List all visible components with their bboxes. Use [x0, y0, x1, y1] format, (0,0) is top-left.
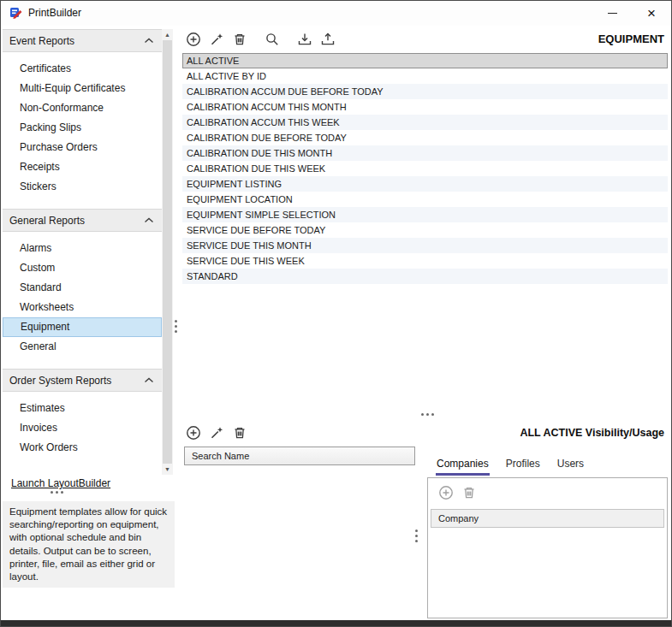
minimize-button[interactable]	[592, 1, 632, 26]
template-row[interactable]: EQUIPMENT SIMPLE SELECTION	[182, 207, 668, 222]
template-row[interactable]: SERVICE DUE THIS WEEK	[182, 253, 668, 269]
import-template-button[interactable]	[294, 29, 315, 50]
sidebar-item-multi-equip-certificates[interactable]: Multi-Equip Certificates	[3, 79, 162, 98]
template-row[interactable]: CALIBRATION ACCUM THIS WEEK	[182, 115, 668, 130]
template-row[interactable]: SERVICE DUE THIS MONTH	[182, 238, 668, 253]
trash-icon	[232, 32, 247, 47]
window-title: PrintBuilder	[28, 7, 81, 19]
magic-wand-icon	[209, 32, 224, 47]
template-list: ALL ACTIVE ALL ACTIVE BY ID CALIBRATION …	[182, 53, 668, 284]
plus-circle-icon	[186, 425, 201, 441]
sidebar-item-alarms[interactable]: Alarms	[3, 239, 162, 258]
plus-circle-icon	[438, 485, 454, 500]
minimize-icon	[608, 13, 617, 14]
template-row[interactable]: SERVICE DUE BEFORE TODAY	[182, 222, 668, 238]
add-search-button[interactable]	[182, 422, 204, 443]
delete-template-button[interactable]	[229, 29, 250, 50]
trash-icon	[461, 485, 477, 500]
sidebar-item-equipment[interactable]: Equipment	[3, 317, 162, 337]
template-row[interactable]: STANDARD	[182, 269, 668, 284]
chevron-up-icon	[144, 377, 154, 383]
sidebar-item-work-orders[interactable]: Work Orders	[3, 438, 162, 458]
import-icon	[297, 32, 312, 47]
printbuilder-window: PrintBuilder × Event Reports Certificate…	[0, 0, 672, 627]
order-system-reports-items: Estimates Invoices Work Orders	[3, 392, 162, 470]
sidebar-item-custom[interactable]: Custom	[3, 258, 162, 278]
sidebar: Event Reports Certificates Multi-Equip C…	[1, 26, 177, 620]
sidebar-item-worksheets[interactable]: Worksheets	[3, 298, 162, 317]
sidebar-item-purchase-orders[interactable]: Purchase Orders	[3, 138, 162, 157]
titlebar: PrintBuilder ×	[1, 1, 671, 26]
search-name-column-header[interactable]: Search Name	[184, 447, 415, 465]
template-row[interactable]: EQUIPMENT LOCATION	[182, 192, 668, 207]
sidebar-item-general[interactable]: General	[3, 337, 162, 357]
visibility-usage-title: ALL ACTIVE Visibility/Usage	[520, 427, 664, 439]
scrollbar-thumb[interactable]	[163, 40, 172, 464]
visibility-toolbar	[428, 478, 667, 506]
page-title: EQUIPMENT	[598, 33, 664, 45]
plus-circle-icon	[186, 32, 201, 47]
add-template-button[interactable]	[182, 29, 204, 50]
app-icon	[9, 6, 23, 20]
visibility-tabs: Companies Profiles Users	[436, 455, 600, 476]
section-header-event-reports[interactable]: Event Reports	[3, 29, 162, 52]
sidebar-item-estimates[interactable]: Estimates	[3, 399, 162, 418]
search-toolbar	[182, 422, 252, 443]
template-row[interactable]: ALL ACTIVE	[182, 53, 668, 68]
tab-companies[interactable]: Companies	[436, 455, 490, 476]
sidebar-scrollbar[interactable]: ▲ ▼	[162, 29, 173, 475]
export-template-button[interactable]	[317, 29, 338, 50]
tab-profiles[interactable]: Profiles	[505, 455, 541, 476]
magnifier-icon	[265, 32, 280, 47]
sidebar-item-packing-slips[interactable]: Packing Slips	[3, 118, 162, 138]
edit-search-button[interactable]	[205, 422, 227, 443]
template-toolbar	[182, 27, 340, 51]
close-icon: ×	[647, 5, 656, 22]
section-label: Order System Reports	[9, 375, 111, 387]
bottom-panels-splitter-grip[interactable]	[415, 528, 418, 543]
sidebar-item-invoices[interactable]: Invoices	[3, 418, 162, 438]
sidebar-item-receipts[interactable]: Receipts	[3, 157, 162, 177]
horizontal-splitter-grip[interactable]	[419, 413, 435, 416]
template-description-text: Equipment templates allow for quick sear…	[3, 501, 175, 588]
template-row[interactable]: CALIBRATION ACCUM THIS MONTH	[182, 99, 668, 115]
trash-icon	[232, 425, 247, 441]
template-row[interactable]: CALIBRATION DUE BEFORE TODAY	[182, 130, 668, 145]
sidebar-item-standard[interactable]: Standard	[3, 278, 162, 298]
scroll-down-button[interactable]: ▼	[162, 464, 173, 475]
close-button[interactable]: ×	[632, 1, 671, 26]
template-row[interactable]: EQUIPMENT LISTING	[182, 176, 668, 192]
section-header-order-system-reports[interactable]: Order System Reports	[3, 369, 162, 392]
delete-company-button[interactable]	[458, 482, 479, 503]
preview-template-button[interactable]	[261, 29, 282, 50]
window-bottom-edge	[1, 620, 671, 626]
event-reports-items: Certificates Multi-Equip Certificates No…	[3, 52, 162, 209]
section-header-general-reports[interactable]: General Reports	[3, 209, 162, 232]
add-company-button[interactable]	[435, 482, 456, 503]
launch-layoutbuilder-link[interactable]: Launch LayoutBuilder	[11, 477, 110, 489]
section-label: General Reports	[9, 215, 85, 227]
sidebar-item-stickers[interactable]: Stickers	[3, 177, 162, 197]
template-row[interactable]: ALL ACTIVE BY ID	[182, 68, 668, 84]
sidebar-item-non-conformance[interactable]: Non-Conformance	[3, 98, 162, 118]
sidebar-main-splitter-grip[interactable]	[175, 318, 177, 334]
chevron-up-icon	[144, 217, 154, 223]
template-row[interactable]: CALIBRATION DUE THIS MONTH	[182, 145, 668, 161]
visibility-panel: Company	[427, 477, 668, 618]
delete-search-button[interactable]	[229, 422, 250, 443]
chevron-up-icon	[144, 38, 154, 44]
scroll-up-icon: ▲	[164, 32, 170, 38]
tab-users[interactable]: Users	[556, 455, 585, 476]
company-column-header[interactable]: Company	[431, 509, 664, 528]
magic-wand-icon	[209, 425, 224, 441]
general-reports-items: Alarms Custom Standard Worksheets Equipm…	[3, 232, 162, 369]
template-row[interactable]: CALIBRATION DUE THIS WEEK	[182, 161, 668, 176]
scroll-up-button[interactable]: ▲	[162, 29, 173, 40]
sidebar-sections: Event Reports Certificates Multi-Equip C…	[3, 29, 162, 470]
sidebar-splitter-grip[interactable]	[49, 491, 64, 494]
export-icon	[320, 32, 336, 47]
section-label: Event Reports	[9, 35, 74, 47]
template-row[interactable]: CALIBRATION ACCUM DUE BEFORE TODAY	[182, 84, 668, 99]
sidebar-item-certificates[interactable]: Certificates	[3, 59, 162, 79]
edit-template-button[interactable]	[205, 29, 227, 50]
